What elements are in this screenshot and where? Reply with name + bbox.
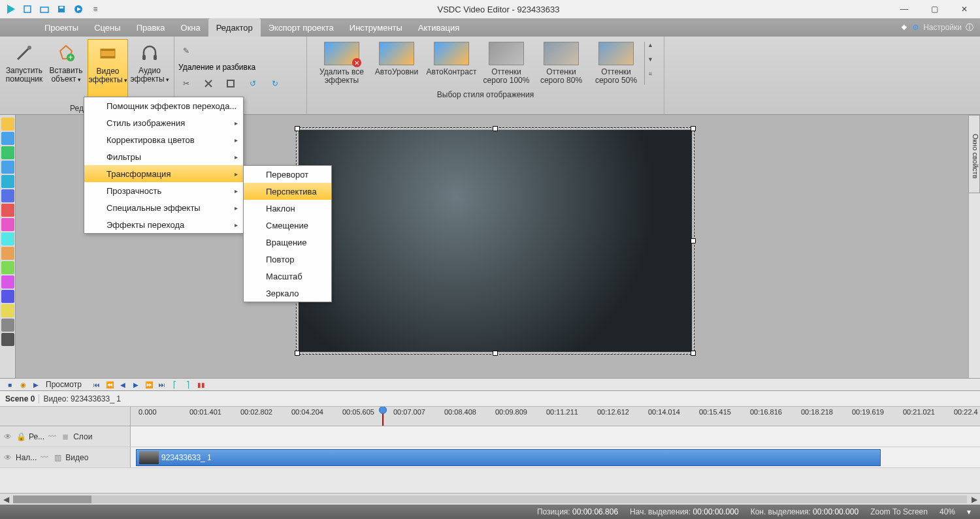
mi-perspective[interactable]: Перспектива	[244, 183, 331, 200]
tool-6[interactable]	[1, 189, 14, 202]
style-autocontrast[interactable]: АвтоКонтраст	[425, 42, 478, 85]
qat-save-icon[interactable]	[55, 3, 68, 16]
tool-15[interactable]	[1, 319, 14, 332]
tool-1[interactable]	[1, 118, 14, 131]
properties-panel-tab[interactable]: Окно свойств	[968, 115, 980, 193]
audio-effects-button[interactable]: Аудио эффекты	[129, 39, 170, 101]
mi-transformation[interactable]: Трансформация	[84, 165, 243, 182]
tool-9[interactable]	[1, 232, 14, 245]
pb-stop-icon[interactable]: ■	[4, 379, 16, 390]
close-button[interactable]: ✕	[955, 5, 973, 14]
mi-skew[interactable]: Наклон	[244, 200, 331, 217]
tab-activation[interactable]: Активация	[410, 18, 467, 37]
pb-last-icon[interactable]: ⏭	[156, 379, 168, 390]
tool-13[interactable]	[1, 290, 14, 303]
mi-filters[interactable]: Фильтры	[84, 148, 243, 165]
wave-icon[interactable]: 〰	[39, 452, 50, 463]
rotate-left-icon[interactable]: ↺	[245, 76, 261, 91]
tool-10[interactable]	[1, 247, 14, 260]
tab-export[interactable]: Экспорт проекта	[261, 18, 342, 37]
tab-edit[interactable]: Правка	[129, 18, 173, 37]
tool-12[interactable]	[1, 275, 14, 289]
style-autolevels[interactable]: АвтоУровни	[370, 42, 423, 85]
tool-7[interactable]	[1, 204, 14, 217]
mi-special-effects[interactable]: Специальные эффекты	[84, 199, 243, 216]
style-gray100[interactable]: Оттенки серого 100%	[480, 42, 533, 85]
launch-helper-button[interactable]: Запустить помощник	[4, 39, 44, 101]
mi-transition-helper[interactable]: Помощник эффектов перехода...	[84, 97, 243, 114]
pb-stepfwd-icon[interactable]: ▶	[130, 379, 142, 390]
scroll-right-icon[interactable]: ▶	[968, 495, 980, 504]
scene-clip-name[interactable]: Видео: 923433633_ 1	[39, 394, 120, 403]
tool-8[interactable]	[1, 218, 14, 231]
eye-icon[interactable]: 👁	[3, 432, 13, 442]
mi-scale[interactable]: Масштаб	[244, 268, 331, 285]
settings-link[interactable]: Настройки	[923, 23, 962, 32]
pb-next-icon[interactable]: ⏩	[143, 379, 155, 390]
minimize-button[interactable]: —	[895, 5, 913, 14]
split-icon[interactable]	[201, 76, 216, 91]
pb-markin-icon[interactable]: ⎡	[169, 379, 181, 390]
chevron-down-icon[interactable]: ▾	[967, 507, 971, 516]
video-clip[interactable]: 923433633_ 1	[136, 449, 881, 466]
pb-record-icon[interactable]: ◉	[17, 379, 29, 390]
scissors-icon[interactable]: ✂	[178, 76, 194, 91]
mi-image-style[interactable]: Стиль изображения	[84, 114, 243, 131]
mi-color-correction[interactable]: Корректировка цветов	[84, 131, 243, 148]
pb-region-icon[interactable]: ▮▮	[195, 379, 207, 390]
tool-11[interactable]	[1, 261, 14, 274]
playhead[interactable]	[382, 407, 384, 426]
mi-mirror[interactable]: Зеркало	[244, 285, 331, 302]
qat-open-icon[interactable]	[38, 3, 51, 16]
maximize-button[interactable]: ▢	[925, 5, 943, 14]
tab-tools[interactable]: Инструменты	[342, 18, 410, 37]
pb-prev-icon[interactable]: ⏪	[104, 379, 116, 390]
info-icon[interactable]: ⓘ	[966, 22, 973, 33]
layers-icon[interactable]: ≣	[60, 432, 71, 442]
scene-name[interactable]: Scene 0	[5, 394, 35, 403]
style-scroll[interactable]: ▲▼≡	[644, 42, 656, 85]
handle-mr[interactable]	[691, 238, 696, 244]
pen-icon[interactable]: ✎	[178, 43, 194, 59]
lock-icon[interactable]: 🔒	[16, 432, 26, 442]
tool-16[interactable]	[1, 333, 14, 346]
rotate-right-icon[interactable]: ↻	[267, 76, 283, 91]
style-gray50[interactable]: Оттенки серого 50%	[589, 42, 643, 85]
tab-projects[interactable]: Проекты	[37, 18, 86, 37]
tab-windows[interactable]: Окна	[173, 18, 208, 37]
mi-transition-effects[interactable]: Эффекты перехода	[84, 216, 243, 233]
tool-2[interactable]	[1, 132, 14, 145]
handle-bm[interactable]	[493, 351, 498, 356]
video-frame[interactable]	[297, 128, 694, 354]
pb-first-icon[interactable]: ⏮	[91, 379, 103, 390]
tool-4[interactable]	[1, 161, 14, 174]
scroll-thumb[interactable]	[13, 495, 91, 503]
mi-flip[interactable]: Переворот	[244, 166, 331, 183]
qat-new-icon[interactable]	[21, 3, 34, 16]
scroll-left-icon[interactable]: ◀	[0, 495, 12, 504]
wave-icon[interactable]: 〰	[47, 432, 57, 442]
style-gray80[interactable]: Оттенки серого 80%	[534, 42, 588, 85]
mi-repeat[interactable]: Повтор	[244, 251, 331, 268]
status-zoom-label[interactable]: Zoom To Screen	[870, 507, 928, 516]
pb-markout-icon[interactable]: ⎤	[182, 379, 194, 390]
tab-scenes[interactable]: Сцены	[86, 18, 128, 37]
crop-icon[interactable]	[223, 76, 238, 91]
handle-tl[interactable]	[295, 126, 300, 131]
pb-stepback-icon[interactable]: ◀	[117, 379, 129, 390]
ruler[interactable]: 0.00000:01.40100:02.80200:04.20400:05.60…	[0, 407, 980, 426]
mi-rotation[interactable]: Вращение	[244, 234, 331, 251]
handle-bl[interactable]	[295, 351, 300, 356]
help-icon[interactable]: ⯁	[900, 23, 908, 32]
handle-tr[interactable]	[691, 126, 696, 131]
mi-transparency[interactable]: Прозрачность	[84, 182, 243, 199]
insert-object-button[interactable]: + Вставить объект	[46, 39, 86, 101]
style-remove-all[interactable]: ✕Удалить все эффекты	[315, 42, 368, 85]
video-icon[interactable]: ▥	[52, 452, 63, 463]
handle-br[interactable]	[691, 351, 696, 356]
handle-tm[interactable]	[493, 126, 498, 131]
tab-editor[interactable]: Редактор	[208, 18, 261, 37]
tool-14[interactable]	[1, 304, 14, 317]
qat-more-icon[interactable]: ≡	[89, 3, 102, 16]
eye-icon[interactable]: 👁	[3, 452, 13, 463]
